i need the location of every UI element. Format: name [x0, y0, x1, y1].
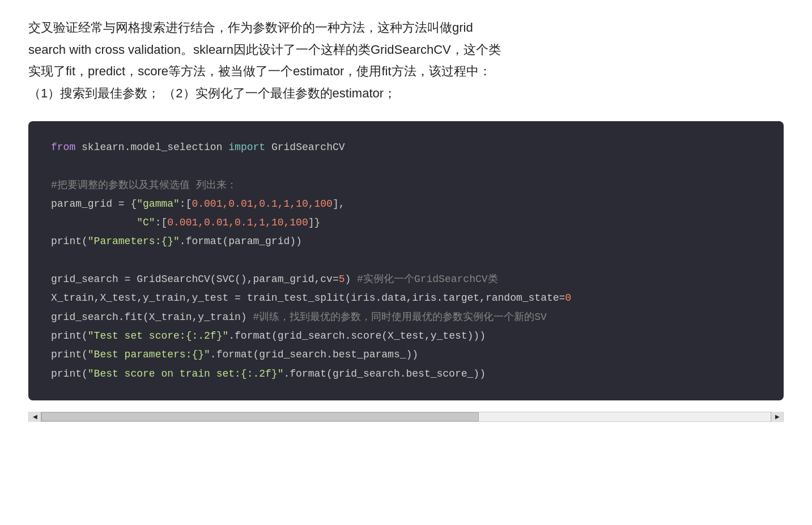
- scroll-right-button[interactable]: ▶: [771, 412, 783, 422]
- desc-line1: 交叉验证经常与网格搜索进行结合，作为参数评价的一种方法，这种方法叫做grid: [28, 17, 784, 39]
- scroll-track[interactable]: [41, 412, 771, 421]
- code-block: from sklearn.model_selection import Grid…: [51, 138, 761, 383]
- desc-line3: 实现了fit，predict，score等方法，被当做了一个estimator，…: [28, 61, 784, 83]
- code-container: from sklearn.model_selection import Grid…: [28, 121, 784, 400]
- scrollbar-container[interactable]: ◀ ▶: [28, 412, 784, 422]
- desc-line2: search with cross validation。sklearn因此设计…: [28, 39, 784, 61]
- page-content: 交叉验证经常与网格搜索进行结合，作为参数评价的一种方法，这种方法叫做grid s…: [28, 17, 784, 422]
- description-block: 交叉验证经常与网格搜索进行结合，作为参数评价的一种方法，这种方法叫做grid s…: [28, 17, 784, 104]
- scroll-thumb[interactable]: [41, 412, 479, 421]
- code-wrapper: from sklearn.model_selection import Grid…: [28, 121, 784, 422]
- right-arrow-icon: ▶: [775, 413, 780, 420]
- scroll-left-button[interactable]: ◀: [29, 412, 41, 422]
- desc-line4: （1）搜索到最佳参数； （2）实例化了一个最佳参数的estimator；: [28, 83, 784, 105]
- left-arrow-icon: ◀: [33, 413, 37, 420]
